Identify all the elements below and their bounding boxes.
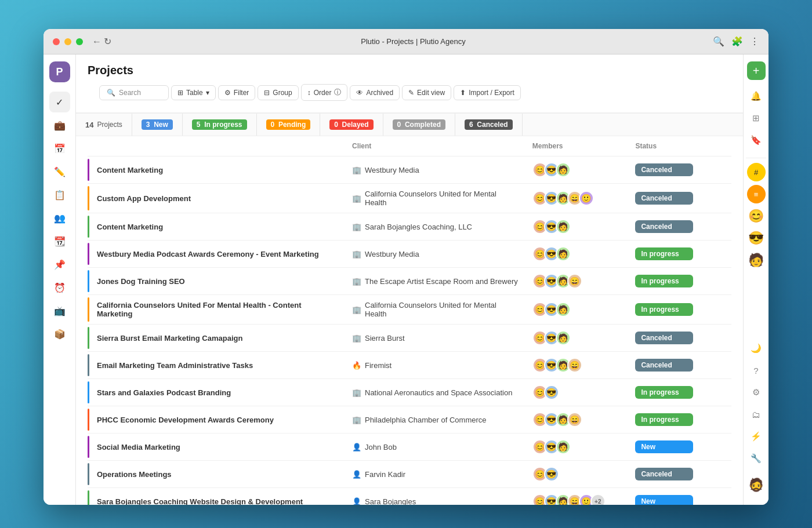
app-logo[interactable]: P bbox=[49, 61, 70, 82]
rs-hashtag-icon[interactable]: # bbox=[747, 163, 766, 181]
client-name[interactable]: Sierra Burst bbox=[365, 334, 405, 343]
project-name-text[interactable]: Stars and Galaxies Podcast Branding bbox=[97, 388, 231, 397]
table-row: Custom App Development🏢California Counse… bbox=[88, 184, 731, 213]
client-name[interactable]: California Counselors United for Mental … bbox=[365, 301, 519, 318]
back-button[interactable]: ← bbox=[92, 37, 102, 47]
status-select[interactable]: CanceledNewIn progressPendingDelayedComp… bbox=[635, 332, 693, 344]
sidebar-item-docs[interactable]: 📋 bbox=[49, 184, 70, 205]
status-select[interactable]: CanceledNewIn progressPendingDelayedComp… bbox=[635, 359, 693, 372]
refresh-button[interactable]: ↻ bbox=[104, 36, 111, 47]
client-cell: 🏢The Escape Artist Escape Room and Brewe… bbox=[345, 268, 525, 295]
rs-bookmark-icon[interactable]: 🔖 bbox=[747, 131, 766, 150]
row-indicator bbox=[88, 327, 89, 349]
status-select[interactable]: In progressNewPendingDelayedCompletedCan… bbox=[635, 413, 693, 426]
minimize-button[interactable] bbox=[64, 38, 71, 45]
table-row: Sara Bojangles Coaching Website Design &… bbox=[88, 488, 731, 505]
status-select[interactable]: In progressNewPendingDelayedCompletedCan… bbox=[635, 247, 693, 260]
rs-cog-icon[interactable]: 🔧 bbox=[747, 449, 766, 468]
row-indicator bbox=[88, 490, 89, 505]
rs-avatar-1[interactable]: 😊 bbox=[747, 207, 766, 225]
client-cell: 👤Farvin Kadir bbox=[345, 461, 525, 488]
maximize-button[interactable] bbox=[76, 38, 83, 45]
project-name-text[interactable]: Sara Bojangles Coaching Website Design &… bbox=[97, 497, 303, 505]
client-name[interactable]: National Aeronautics and Space Associati… bbox=[365, 388, 512, 397]
menu-icon[interactable]: ⋮ bbox=[750, 36, 759, 47]
members-cell: 😊😎🧑 bbox=[525, 325, 629, 352]
status-select[interactable]: NewIn progressPendingDelayedCompletedCan… bbox=[635, 440, 693, 453]
rs-moon-icon[interactable]: 🌙 bbox=[747, 339, 766, 358]
status-select[interactable]: NewIn progressPendingDelayedCompletedCan… bbox=[635, 495, 693, 505]
members-cell: 😊😎🧑😄 bbox=[525, 406, 629, 434]
client-name[interactable]: California Counselors United for Mental … bbox=[365, 190, 519, 207]
sidebar-item-clock[interactable]: ⏰ bbox=[49, 277, 70, 298]
rs-avatar-2[interactable]: 😎 bbox=[747, 229, 766, 247]
client-name[interactable]: Westbury Media bbox=[365, 250, 419, 258]
rs-user-avatar[interactable]: 🧔 bbox=[747, 476, 766, 494]
project-name-text[interactable]: Operations Meetings bbox=[97, 470, 172, 479]
project-name-text[interactable]: Email Marketing Team Administrative Task… bbox=[97, 361, 253, 370]
main-content: Projects 🔍 Search ⊞ Table ▾ ⚙ Filter bbox=[76, 54, 743, 505]
status-select[interactable]: In progressNewPendingDelayedCompletedCan… bbox=[635, 386, 693, 399]
status-select[interactable]: CanceledNewIn progressPendingDelayedComp… bbox=[635, 192, 693, 205]
client-name[interactable]: Firemist bbox=[365, 361, 392, 370]
rs-grid-icon[interactable]: ⊞ bbox=[747, 109, 766, 128]
project-name-text[interactable]: Sierra Burst Email Marketing Camapaign bbox=[97, 334, 242, 343]
client-name[interactable]: Westbury Media bbox=[365, 166, 419, 174]
extensions-icon[interactable]: 🧩 bbox=[731, 36, 743, 47]
client-name[interactable]: The Escape Artist Escape Room and Brewer… bbox=[365, 277, 518, 286]
project-name-text[interactable]: Custom App Development bbox=[97, 194, 191, 203]
sidebar-item-box[interactable]: 📦 bbox=[49, 323, 70, 344]
import-export-button[interactable]: ⬆ Import / Export bbox=[454, 85, 521, 100]
sidebar-item-pen[interactable]: ✏️ bbox=[49, 161, 70, 182]
avatar: 😄 bbox=[567, 274, 582, 289]
client-name[interactable]: Farvin Kadir bbox=[365, 470, 405, 479]
search-input[interactable]: 🔍 Search bbox=[99, 85, 169, 100]
status-select[interactable]: CanceledNewIn progressPendingDelayedComp… bbox=[635, 163, 693, 176]
rs-add-button[interactable]: + bbox=[747, 61, 766, 80]
status-select[interactable]: CanceledNewIn progressPendingDelayedComp… bbox=[635, 220, 693, 233]
sidebar-item-people[interactable]: 👥 bbox=[49, 207, 70, 228]
client-name[interactable]: John Bob bbox=[365, 443, 397, 451]
edit-view-button[interactable]: ✎ Edit view bbox=[402, 85, 451, 100]
sidebar-item-tasks[interactable]: ✓ bbox=[49, 92, 70, 112]
project-name-text[interactable]: Social Media Marketing bbox=[97, 443, 180, 451]
col-members: Members bbox=[525, 136, 629, 156]
project-name-text[interactable]: Content Marketing bbox=[97, 223, 163, 231]
project-name-text[interactable]: California Counselors United For Mental … bbox=[97, 301, 301, 318]
status-select[interactable]: CanceledNewIn progressPendingDelayedComp… bbox=[635, 468, 693, 480]
archived-button[interactable]: 👁 Archived bbox=[350, 85, 400, 100]
project-name-text[interactable]: PHCC Economic Development Awards Ceremon… bbox=[97, 416, 274, 424]
close-button[interactable] bbox=[53, 38, 60, 45]
group-button[interactable]: ⊟ Group bbox=[258, 85, 298, 100]
rs-tag-icon[interactable]: ≡ bbox=[747, 185, 766, 203]
rs-notification-icon[interactable]: 🔔 bbox=[747, 87, 766, 105]
status-select[interactable]: In progressNewPendingDelayedCompletedCan… bbox=[635, 275, 693, 287]
project-name-text[interactable]: Westbury Media Podcast Awards Ceremony -… bbox=[97, 250, 319, 258]
filter-button[interactable]: ⚙ Filter bbox=[218, 85, 256, 100]
client-icon: 🏢 bbox=[352, 223, 361, 231]
project-name-text[interactable]: Jones Dog Training SEO bbox=[97, 277, 185, 286]
sidebar-item-projects[interactable]: 💼 bbox=[49, 115, 70, 136]
sidebar-item-tv[interactable]: 📺 bbox=[49, 300, 70, 321]
table-button[interactable]: ⊞ Table ▾ bbox=[171, 85, 216, 100]
status-select[interactable]: In progressNewPendingDelayedCompletedCan… bbox=[635, 303, 693, 316]
client-name[interactable]: Sarah Bojangles Coaching, LLC bbox=[365, 223, 472, 231]
project-name-text[interactable]: Content Marketing bbox=[97, 166, 163, 174]
rs-help-icon[interactable]: ? bbox=[747, 361, 766, 380]
search-icon[interactable]: 🔍 bbox=[713, 36, 724, 47]
sidebar-item-calendar[interactable]: 📆 bbox=[49, 231, 70, 252]
sidebar-item-time[interactable]: 📅 bbox=[49, 138, 70, 159]
project-name-cell: California Counselors United For Mental … bbox=[88, 295, 345, 325]
rs-lightning-icon[interactable]: ⚡ bbox=[747, 427, 766, 446]
row-indicator bbox=[88, 297, 89, 322]
sidebar-item-pin[interactable]: 📌 bbox=[49, 254, 70, 275]
rs-storage-icon[interactable]: 🗂 bbox=[747, 405, 766, 424]
title-bar: ← ↻ Plutio - Projects | Plutio Agency 🔍 … bbox=[44, 29, 768, 54]
in-progress-badge: 5 In progress bbox=[192, 119, 247, 130]
rs-settings-icon[interactable]: ⚙ bbox=[747, 383, 766, 402]
rs-avatar-3[interactable]: 🧑 bbox=[747, 251, 766, 270]
client-name[interactable]: Philadelphia Chamber of Commerce bbox=[365, 416, 487, 424]
order-button[interactable]: ↕ Order ⓘ bbox=[301, 84, 348, 101]
table-row: Jones Dog Training SEO🏢The Escape Artist… bbox=[88, 268, 731, 295]
client-name[interactable]: Sara Bojangles bbox=[365, 497, 416, 505]
